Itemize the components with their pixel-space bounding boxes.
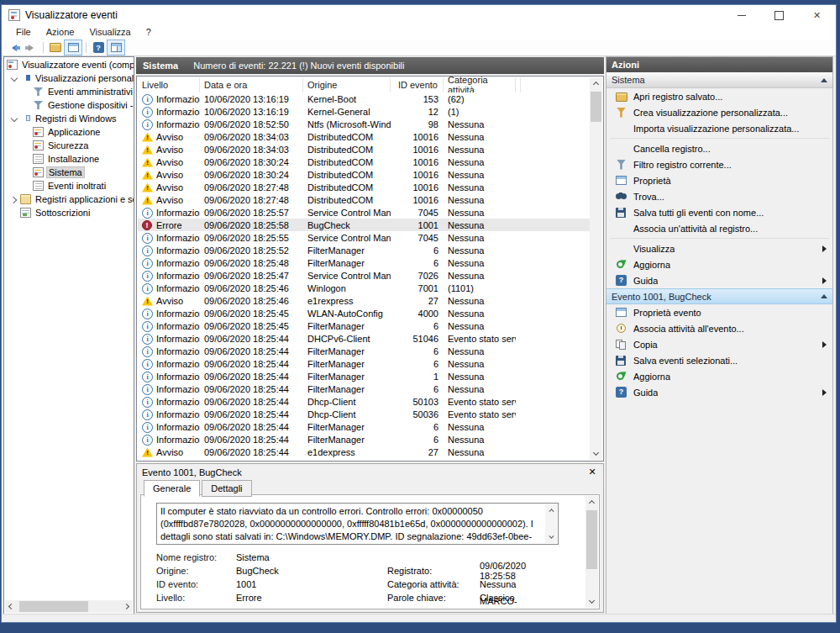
action-item-aggiorna[interactable]: Aggiorna [606, 368, 832, 384]
scroll-down-arrow-icon[interactable] [585, 595, 598, 608]
open-folder-icon[interactable] [47, 40, 64, 55]
event-row[interactable]: Informazioni09/06/2020 18:25:44FilterMan… [138, 433, 590, 446]
event-row[interactable]: Informazioni09/06/2020 18:25:44DHCPv6-Cl… [138, 332, 590, 345]
scroll-down-arrow-icon[interactable] [590, 447, 602, 460]
tree-horizontal-scrollbar[interactable] [5, 600, 133, 613]
console-tree-icon[interactable] [64, 40, 82, 55]
menu-item-visualizza[interactable]: Visualizza [81, 26, 138, 39]
chevron-down-icon[interactable] [9, 113, 20, 124]
scrollbar-thumb[interactable] [586, 510, 597, 569]
event-row[interactable]: Informazioni09/06/2020 18:52:50Ntfs (Mic… [138, 118, 590, 130]
sidebar-item-visualizzatore-eventi-computer[interactable]: Visualizzatore eventi (computer [4, 58, 134, 71]
forward-icon[interactable] [23, 40, 39, 55]
action-item-filtro-registro-corrente[interactable]: Filtro registro corrente... [606, 156, 832, 172]
event-row[interactable]: Avviso09/06/2020 18:34:03DistributedCOM1… [138, 143, 590, 156]
scroll-up-arrow-icon[interactable] [590, 77, 602, 90]
maximize-button[interactable] [760, 5, 798, 25]
detail-vertical-scrollbar[interactable] [585, 496, 598, 608]
scroll-left-arrow-icon[interactable] [5, 600, 18, 613]
event-row[interactable]: Informazioni09/06/2020 18:25:44FilterMan… [138, 382, 590, 395]
scroll-up-arrow-icon[interactable] [546, 505, 557, 516]
menu-item-item[interactable]: ? [139, 26, 159, 39]
event-row[interactable]: Informazioni09/06/2020 18:25:44FilterMan… [138, 357, 590, 370]
column-header-id-evento[interactable]: ID evento [391, 77, 444, 92]
sidebar-item-visualizzazioni-personalizzate[interactable]: Visualizzazioni personalizzate [4, 71, 134, 85]
event-row[interactable]: Avviso09/06/2020 18:34:03DistributedCOM1… [138, 130, 590, 143]
event-row[interactable]: Avviso09/06/2020 18:30:24DistributedCOM1… [138, 168, 590, 181]
event-row[interactable]: Informazioni09/06/2020 18:25:44FilterMan… [138, 345, 590, 357]
minimize-button[interactable] [722, 5, 760, 25]
chevron-down-icon[interactable] [9, 73, 20, 84]
back-icon[interactable] [6, 40, 23, 55]
detail-close-icon[interactable] [586, 467, 598, 477]
action-item-propriet[interactable]: Proprietà [606, 172, 832, 188]
event-row[interactable]: Informazioni09/06/2020 18:25:44Dhcp-Clie… [138, 408, 590, 420]
scroll-up-arrow-icon[interactable] [585, 496, 598, 509]
action-item-salva-eventi-selezionati[interactable]: Salva eventi selezionati... [606, 352, 832, 368]
action-item-salva-tutti-gli-eventi-con-nome[interactable]: Salva tutti gli eventi con nome... [606, 204, 832, 220]
collapse-arrow-icon[interactable] [821, 78, 827, 82]
action-item-propriet-evento[interactable]: Proprietà evento [606, 304, 832, 320]
event-row[interactable]: Informazioni09/06/2020 18:25:44Dhcp-Clie… [138, 395, 590, 408]
menu-item-file[interactable]: File [8, 26, 39, 39]
event-row[interactable]: Avviso09/06/2020 18:25:44e1dexpress27Nes… [138, 446, 590, 458]
chevron-right-icon[interactable] [9, 194, 20, 205]
event-row[interactable]: Informazioni09/06/2020 18:25:57Service C… [138, 206, 590, 219]
action-item-cancella-registro[interactable]: Cancella registro... [606, 140, 832, 156]
sidebar-item-eventi-inoltrati[interactable]: Eventi inoltrati [4, 179, 134, 193]
scrollbar-thumb[interactable] [591, 92, 601, 122]
scroll-down-arrow-icon[interactable] [546, 531, 557, 542]
sidebar-item-sicurezza[interactable]: Sicurezza [4, 139, 134, 152]
action-item-visualizza[interactable]: Visualizza [606, 240, 832, 256]
event-row[interactable]: Avviso09/06/2020 18:25:46e1rexpress27Nes… [138, 294, 590, 307]
event-row[interactable]: Errore09/06/2020 18:25:58BugCheck1001Nes… [138, 219, 590, 231]
help-icon[interactable] [90, 40, 107, 55]
tab-dettagli[interactable]: Dettagli [202, 480, 251, 497]
action-pane-icon[interactable] [107, 40, 125, 55]
actions-section-evento-1001-bugcheck[interactable]: Evento 1001, BugCheck [606, 288, 832, 304]
action-item-aggiorna[interactable]: Aggiorna [606, 256, 832, 272]
action-item-importa-visualizzazione-personalizzata[interactable]: Importa visualizzazione personalizzata..… [606, 120, 832, 136]
event-row[interactable]: Informazioni10/06/2020 13:16:19Kernel-Ge… [138, 105, 590, 118]
menu-item-azione[interactable]: Azione [39, 26, 82, 39]
actions-section-sistema[interactable]: Sistema [606, 72, 832, 88]
event-row[interactable]: Informazioni09/06/2020 18:25:48FilterMan… [138, 256, 590, 269]
event-row[interactable]: Informazioni10/06/2020 13:16:19Kernel-Bo… [138, 92, 590, 105]
column-header-origine[interactable]: Origine [303, 77, 391, 92]
sidebar-item-gestione-dispositivi-nvi[interactable]: Gestione dispositivi - NVI [4, 98, 134, 112]
sidebar-item-registri-di-windows[interactable]: Registri di Windows [4, 112, 134, 125]
sidebar-item-eventi-amministrativi[interactable]: Eventi amministrativi [4, 85, 134, 98]
column-header-livello[interactable]: Livello [138, 77, 200, 92]
action-item-crea-visualizzazione-personalizzata[interactable]: Crea visualizzazione personalizzata... [606, 104, 832, 120]
event-row[interactable]: Informazioni09/06/2020 18:25:47Service C… [138, 269, 590, 282]
action-item-guida[interactable]: Guida [606, 272, 832, 288]
action-item-associa-un-attivit-al-registro[interactable]: Associa un'attività al registro... [606, 220, 832, 236]
event-row[interactable]: Informazioni09/06/2020 18:25:44Directory… [138, 458, 590, 460]
event-row[interactable]: Avviso09/06/2020 18:27:48DistributedCOM1… [138, 193, 590, 206]
scrollbar-thumb[interactable] [19, 601, 88, 612]
column-header-categoria-attivit[interactable]: Categoria attività [444, 77, 516, 92]
event-row[interactable]: Informazioni09/06/2020 18:25:55Service C… [138, 231, 590, 244]
scroll-right-arrow-icon[interactable] [120, 600, 133, 613]
event-row[interactable]: Informazioni09/06/2020 18:25:44FilterMan… [138, 370, 590, 382]
sidebar-item-sottoscrizioni[interactable]: Sottoscrizioni [4, 206, 134, 219]
description-scrollbar[interactable] [545, 504, 557, 543]
event-row[interactable]: Informazioni09/06/2020 18:25:46Winlogon7… [138, 282, 590, 294]
collapse-arrow-icon[interactable] [821, 294, 827, 298]
event-row[interactable]: Avviso09/06/2020 18:30:24DistributedCOM1… [138, 156, 590, 168]
tab-generale[interactable]: Generale [144, 480, 200, 497]
action-item-guida[interactable]: Guida [606, 384, 832, 400]
event-row[interactable]: Informazioni09/06/2020 18:25:45FilterMan… [138, 319, 590, 332]
sidebar-item-applicazione[interactable]: Applicazione [4, 125, 134, 139]
event-row[interactable]: Informazioni09/06/2020 18:25:45WLAN-Auto… [138, 307, 590, 319]
action-item-apri-registro-salvato[interactable]: Apri registro salvato... [606, 88, 832, 104]
event-list-vertical-scrollbar[interactable] [590, 77, 602, 460]
action-item-associa-attivit-all-evento[interactable]: Associa attività all'evento... [606, 320, 832, 336]
action-item-trova[interactable]: Trova... [606, 188, 832, 204]
sidebar-item-sistema[interactable]: Sistema [4, 166, 134, 179]
sidebar-item-registri-applicazioni-e-servizi[interactable]: Registri applicazioni e servizi [4, 193, 134, 206]
event-row[interactable]: Informazioni09/06/2020 18:25:52FilterMan… [138, 244, 590, 256]
close-button[interactable] [798, 5, 836, 25]
column-header-data-e-ora[interactable]: Data e ora [200, 77, 303, 92]
action-item-copia[interactable]: Copia [606, 336, 832, 352]
